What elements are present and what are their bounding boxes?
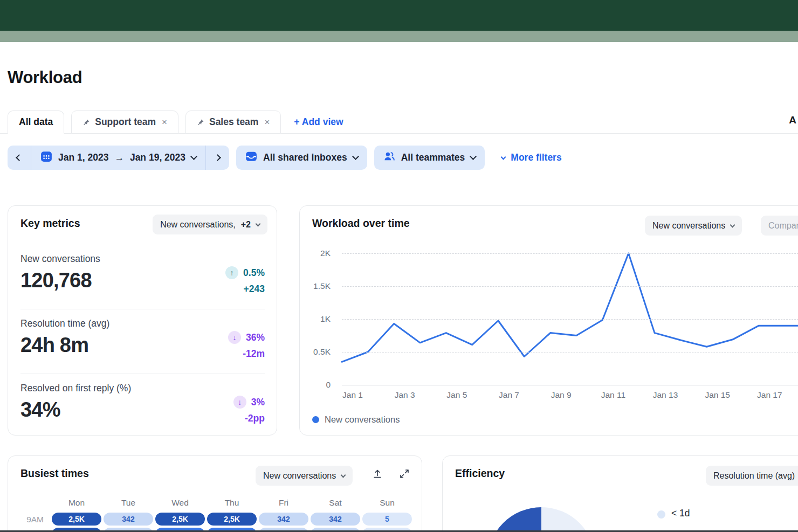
selector-label: New conversations	[652, 221, 725, 231]
legend-label: New conversations	[325, 414, 400, 425]
metric-delta: +243	[225, 284, 265, 295]
date-range-button[interactable]: Jan 1, 2023 → Jan 19, 2023	[31, 150, 205, 165]
metric-label: Resolved on first reply (%)	[20, 383, 265, 394]
chevron-left-icon	[16, 154, 23, 161]
metric-pct: 0.5%	[243, 267, 265, 279]
clipped-right-control[interactable]: A	[789, 114, 796, 126]
filter-bar: Jan 1, 2023 → Jan 19, 2023 All shared in…	[8, 146, 562, 170]
x-tick-label: Jan 7	[499, 390, 519, 400]
inbox-icon	[245, 150, 257, 165]
x-tick-label: Jan 17	[757, 390, 782, 400]
tab-all-data[interactable]: All data	[8, 110, 64, 134]
key-metrics-selector[interactable]: New conversations, +2	[153, 215, 267, 234]
teammates-label: All teammates	[401, 152, 465, 163]
y-tick-label: 1K	[320, 314, 331, 324]
chevron-down-icon	[352, 153, 359, 160]
metric-row-new-conversations: New conversations 120,768 ↑0.5% +243	[20, 253, 265, 313]
top-navigation-bar	[0, 0, 798, 31]
metric-change: ↓36% -12m	[228, 331, 265, 360]
date-next-button[interactable]	[206, 146, 229, 170]
x-tick-label: Jan 11	[601, 390, 625, 400]
chevron-down-icon	[730, 222, 735, 227]
busiest-times-card: Busiest times New conversations MonTueWe…	[8, 455, 422, 532]
expand-icon	[399, 468, 410, 481]
metric-change: ↑0.5% +243	[225, 266, 265, 295]
divider	[20, 374, 265, 374]
gridline	[342, 385, 798, 385]
date-range-filter: Jan 1, 2023 → Jan 19, 2023	[8, 146, 229, 170]
compare-button[interactable]: Compare	[761, 216, 798, 236]
metric-value: 34%	[20, 398, 265, 422]
inboxes-label: All shared inboxes	[263, 152, 347, 163]
add-view-button[interactable]: + Add view	[294, 110, 343, 134]
selector-label: Resolution time (avg)	[713, 471, 795, 481]
tab-sales-team[interactable]: Sales team ×	[185, 110, 281, 134]
heatmap-day-header: Tue	[104, 498, 153, 508]
heatmap-day-header: Thu	[207, 498, 257, 508]
more-filters-button[interactable]: More filters	[501, 152, 561, 163]
secondary-top-bar	[0, 31, 798, 42]
metric-label: Resolution time (avg)	[20, 318, 265, 329]
efficiency-card: Efficiency Resolution time (avg) < 1d	[442, 455, 798, 532]
date-prev-button[interactable]	[8, 146, 31, 170]
workload-over-time-card: Workload over time New conversations Com…	[299, 205, 798, 436]
gridline	[342, 286, 798, 287]
x-tick-label: Jan 15	[705, 390, 730, 400]
busiest-metric-selector[interactable]: New conversations	[256, 466, 353, 486]
teammates-filter[interactable]: All teammates	[374, 146, 485, 170]
legend-dot	[657, 510, 665, 519]
divider	[20, 309, 265, 309]
y-tick-label: 1.5K	[313, 281, 331, 291]
y-tick-label: 2K	[320, 248, 331, 258]
gridline	[342, 319, 798, 320]
metric-delta: -2pp	[233, 413, 265, 424]
view-tabs-row: All data Support team × Sales team × + A…	[0, 110, 798, 134]
x-tick-label: Jan 9	[551, 390, 572, 400]
card-title: Workload over time	[312, 217, 410, 230]
down-arrow-icon: ↓	[228, 331, 241, 344]
x-tick-label: Jan 1	[342, 390, 363, 400]
close-icon[interactable]: ×	[162, 117, 167, 128]
heatmap-day-header: Fri	[259, 498, 308, 508]
close-icon[interactable]: ×	[264, 117, 270, 128]
compare-label: Compare	[768, 221, 798, 231]
more-filters-label: More filters	[511, 152, 561, 163]
heatmap-cell: 2,5K	[155, 513, 205, 526]
inboxes-filter[interactable]: All shared inboxes	[236, 146, 367, 170]
date-start: Jan 1, 2023	[58, 152, 108, 163]
export-button[interactable]	[370, 468, 384, 482]
metric-pct: 36%	[246, 332, 265, 343]
selector-badge: +2	[241, 220, 251, 230]
pin-icon	[82, 119, 90, 126]
arrow-right-icon: →	[114, 152, 124, 163]
heatmap-day-header: Sun	[362, 498, 412, 508]
chevron-right-icon	[214, 154, 221, 161]
workload-plot	[342, 253, 798, 385]
heatmap-cell: 5	[362, 513, 412, 526]
heatmap-day-header: Sat	[311, 498, 360, 508]
metric-pct: 3%	[251, 397, 265, 408]
x-tick-label: Jan 3	[395, 390, 415, 400]
heatmap-cell: 2,5K	[52, 513, 101, 526]
card-title: Key metrics	[20, 217, 80, 230]
y-tick-label: 0.5K	[313, 347, 331, 357]
x-tick-label: Jan 13	[653, 390, 678, 400]
metric-row-resolution-time: Resolution time (avg) 24h 8m ↓36% -12m	[20, 318, 265, 377]
key-metrics-card: Key metrics New conversations, +2 New co…	[8, 205, 277, 436]
workload-y-axis: 2K1.5K1K0.5K0	[300, 253, 331, 385]
expand-button[interactable]	[397, 468, 411, 482]
export-icon	[372, 468, 383, 481]
efficiency-metric-selector[interactable]: Resolution time (avg)	[706, 466, 798, 486]
workload-metric-selector[interactable]: New conversations	[645, 216, 742, 236]
tab-label: Sales team	[209, 116, 258, 128]
up-arrow-icon: ↑	[225, 266, 238, 279]
metric-label: New conversations	[20, 253, 265, 265]
legend-dot	[312, 416, 319, 423]
heatmap-cell: 2,5K	[207, 513, 257, 526]
selector-label: New conversations,	[160, 220, 236, 230]
teammates-icon	[383, 150, 395, 165]
efficiency-donut-chart	[487, 507, 595, 532]
tab-support-team[interactable]: Support team ×	[71, 110, 178, 134]
card-title: Busiest times	[20, 467, 89, 480]
down-arrow-icon: ↓	[233, 396, 246, 409]
